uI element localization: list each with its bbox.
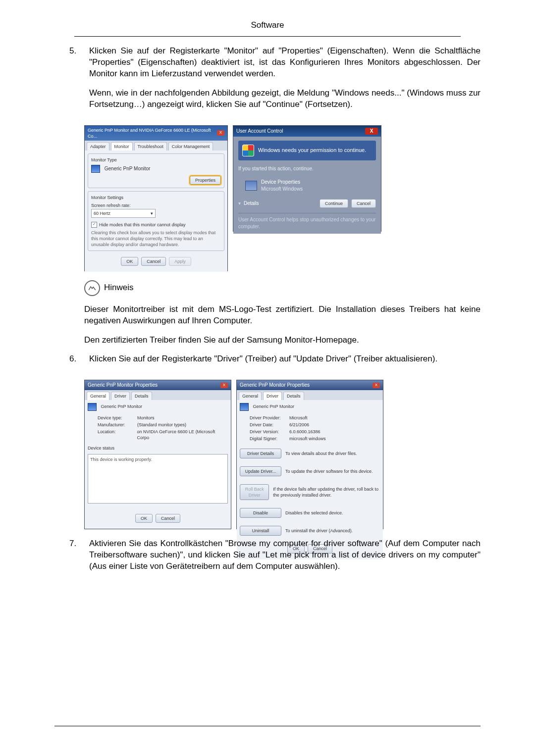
monitor-dialog-buttons: OK Cancel Apply	[88, 254, 224, 269]
uninstall-button[interactable]: Uninstall	[240, 526, 281, 536]
monitor-dialog-title: Generic PnP Monitor and NVIDIA GeForce 6…	[88, 127, 217, 139]
step-5-p1: Klicken Sie auf der Registerkarte "Monit…	[89, 46, 481, 80]
tab-details[interactable]: Details	[283, 392, 304, 400]
screenshot-row-2: Generic PnP Monitor Properties X General…	[84, 380, 481, 529]
tab-monitor[interactable]: Monitor	[111, 142, 133, 151]
cancel-button[interactable]: Cancel	[351, 199, 376, 208]
step-6-p1: Klicken Sie auf der Registerkarte "Drive…	[89, 353, 481, 365]
continue-button[interactable]: Continue	[320, 199, 348, 208]
ok-button[interactable]: OK	[121, 257, 138, 266]
uac-body: Windows needs your permission to continu…	[233, 137, 381, 234]
uac-device-row: Device Properties Microsoft Windows	[245, 179, 376, 192]
mfr-key: Manufacturer:	[98, 422, 132, 428]
properties-driver-dialog: Generic PnP Monitor Properties X General…	[236, 380, 383, 529]
tab-color-management[interactable]: Color Management	[168, 142, 214, 151]
tab-adapter[interactable]: Adapter	[87, 142, 109, 151]
note-icon	[84, 280, 100, 296]
header-rule	[74, 36, 461, 37]
properties-driver-title: Generic PnP Monitor Properties	[240, 382, 310, 389]
monitor-dialog-titlebar: Generic PnP Monitor and NVIDIA GeForce 6…	[85, 126, 227, 141]
update-driver-desc: To update the driver software for this d…	[285, 468, 373, 474]
roll-back-driver-button[interactable]: Roll Back Driver	[240, 484, 269, 500]
monitor-name: Generic PnP Monitor	[105, 166, 151, 171]
properties-general-buttons: OK Cancel	[88, 511, 228, 526]
uac-device-properties: Device Properties	[261, 179, 303, 186]
shield-icon	[242, 145, 254, 156]
step-7-p1: Aktivieren Sie das Kontrollkästchen "Bro…	[89, 538, 481, 572]
mfr-val: (Standard monitor types)	[137, 422, 186, 428]
step-7: 7. Aktivieren Sie das Kontrollkästchen "…	[54, 538, 481, 580]
hinweis-label: Hinweis	[104, 282, 134, 294]
close-icon[interactable]: X	[220, 383, 228, 388]
header-section: Software	[54, 20, 481, 31]
close-icon[interactable]: X	[365, 128, 378, 135]
step-5-number: 5.	[54, 46, 89, 118]
tab-general[interactable]: General	[239, 392, 262, 400]
uac-headline-row: Windows needs your permission to continu…	[238, 141, 376, 160]
disable-desc: Disables the selected device.	[285, 510, 343, 516]
loc-val: on NVIDIA GeForce 6600 LE (Microsoft Cor…	[137, 429, 228, 441]
close-icon[interactable]: X	[373, 383, 380, 388]
monitor-type-row: Generic PnP Monitor	[91, 165, 221, 173]
date-key: Driver Date:	[250, 422, 284, 428]
monitor-type-label: Monitor Type	[91, 157, 221, 163]
cancel-button[interactable]: Cancel	[141, 257, 166, 266]
step-7-number: 7.	[54, 538, 89, 580]
chevron-down-icon: ▾	[238, 200, 241, 207]
properties-general-titlebar: Generic PnP Monitor Properties X	[85, 380, 231, 390]
properties-button[interactable]: Properties	[190, 176, 221, 185]
tab-troubleshoot[interactable]: Troubleshoot	[134, 142, 167, 151]
uac-details-link[interactable]: Details	[244, 200, 259, 207]
hinweis-p2: Den zertifizierten Treiber finden Sie au…	[84, 335, 481, 346]
devtype-val: Monitors	[137, 415, 155, 421]
monitor-panel: Monitor Type Generic PnP Monitor Propert…	[85, 151, 227, 272]
monitor-icon	[91, 165, 100, 173]
step-6-body: Klicken Sie auf der Registerkarte "Drive…	[89, 353, 481, 373]
properties-general-tabs: General Driver Details	[85, 390, 231, 400]
prop-monitor-row: Generic PnP Monitor	[88, 403, 228, 411]
sign-val: microsoft windows	[289, 436, 326, 442]
date-val: 6/21/2006	[289, 422, 309, 428]
screenshot-row-1: Generic PnP Monitor and NVIDIA GeForce 6…	[84, 125, 481, 271]
monitor-settings-label: Monitor Settings	[91, 195, 221, 201]
properties-driver-tabs: General Driver Details	[237, 390, 383, 400]
driver-details-desc: To view details about the driver files.	[285, 451, 357, 456]
driver-details-button[interactable]: Driver Details	[240, 449, 281, 458]
ver-val: 6.0.6000.16386	[289, 429, 321, 435]
cancel-button[interactable]: Cancel	[156, 514, 180, 523]
device-status-box: This device is working properly.	[88, 454, 228, 504]
step-5-p2: Wenn, wie in der nachfolgenden Abbildung…	[89, 88, 481, 110]
refresh-rate-label: Screen refresh rate:	[91, 202, 221, 208]
tab-general[interactable]: General	[87, 392, 109, 400]
ver-key: Driver Version:	[250, 429, 284, 435]
monitor-properties-dialog: Generic PnP Monitor and NVIDIA GeForce 6…	[84, 125, 228, 271]
apply-button[interactable]: Apply	[169, 257, 191, 266]
chevron-down-icon: ▾	[151, 210, 153, 216]
ok-button[interactable]: OK	[135, 514, 153, 523]
uac-dialog: User Account Control X Windows needs you…	[233, 125, 381, 232]
hinweis-row: Hinweis	[84, 280, 481, 296]
uac-started: If you started this action, continue.	[238, 165, 376, 172]
tab-driver[interactable]: Driver	[263, 392, 282, 400]
uninstall-desc: To uninstall the driver (Advanced).	[285, 528, 353, 534]
disable-button[interactable]: Disable	[240, 508, 281, 518]
step-6: 6. Klicken Sie auf der Registerkarte "Dr…	[54, 353, 481, 373]
properties-general-title: Generic PnP Monitor Properties	[88, 382, 158, 389]
uac-titlebar: User Account Control X	[233, 126, 381, 137]
close-icon[interactable]: X	[217, 130, 224, 136]
hide-modes-label: Hide modes that this monitor cannot disp…	[99, 222, 186, 228]
device-status-text: This device is working properly.	[90, 457, 152, 462]
step-5: 5. Klicken Sie auf der Registerkarte "Mo…	[54, 46, 481, 118]
uac-headline: Windows needs your permission to continu…	[258, 147, 366, 154]
page: Software 5. Klicken Sie auf der Register…	[0, 0, 535, 756]
update-driver-button[interactable]: Update Driver...	[240, 466, 281, 476]
properties-driver-titlebar: Generic PnP Monitor Properties X	[237, 380, 383, 390]
tab-driver[interactable]: Driver	[111, 392, 130, 400]
refresh-rate-dropdown[interactable]: 60 Hertz ▾	[91, 209, 156, 218]
uac-device-col: Device Properties Microsoft Windows	[261, 179, 303, 192]
tab-details[interactable]: Details	[131, 392, 152, 400]
refresh-rate-value: 60 Hertz	[94, 210, 110, 216]
driver-monitor-row: Generic PnP Monitor	[240, 403, 380, 411]
uac-footer: User Account Control helps stop unauthor…	[238, 213, 376, 230]
hide-modes-checkbox[interactable]: ✓	[91, 222, 97, 228]
